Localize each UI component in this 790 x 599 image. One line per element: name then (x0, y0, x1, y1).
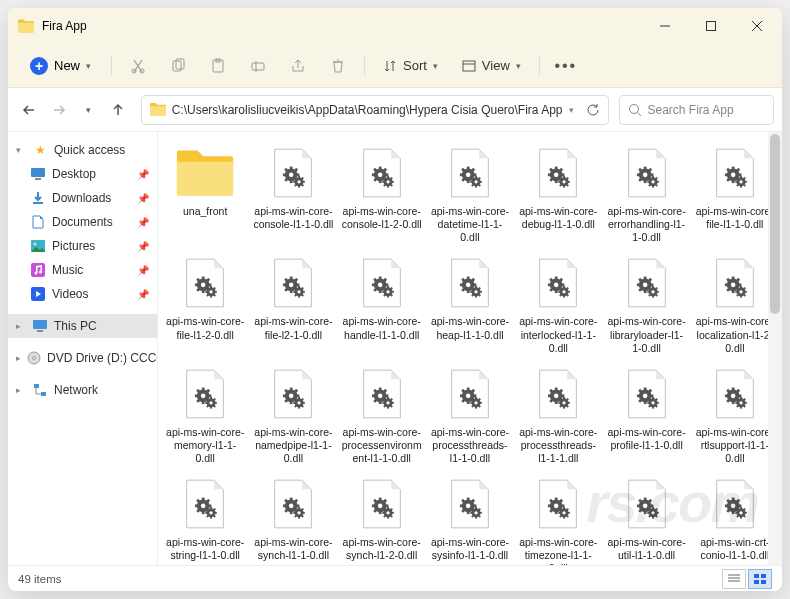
chevron-down-icon[interactable]: ▾ (569, 105, 574, 115)
sidebar-item-pictures[interactable]: Pictures📌 (8, 234, 157, 258)
file-item[interactable]: api-ms-win-core-interlocked-l1-1-0.dll (515, 250, 601, 358)
svg-rect-372 (548, 394, 552, 397)
forward-button[interactable] (46, 94, 72, 126)
file-item[interactable]: api-ms-win-core-localization-l1-2-0.dll (692, 250, 778, 358)
plus-icon: + (30, 57, 48, 75)
svg-rect-420 (740, 397, 742, 400)
svg-rect-83 (479, 181, 482, 183)
svg-rect-142 (735, 181, 738, 183)
file-item[interactable]: api-ms-win-core-heap-l1-1-0.dll (427, 250, 513, 358)
svg-rect-560 (740, 507, 742, 510)
sort-button[interactable]: Sort ▾ (373, 50, 448, 82)
sidebar-dvd[interactable]: ▸ DVD Drive (D:) CCCO (8, 346, 157, 370)
titlebar[interactable]: Fira App (8, 8, 782, 44)
file-item[interactable]: api-ms-win-core-rtlsupport-l1-1-0.dll (692, 361, 778, 469)
file-item[interactable]: api-ms-win-core-memory-l1-1-0.dll (162, 361, 248, 469)
maximize-button[interactable] (688, 8, 734, 44)
dll-file-icon (705, 144, 765, 202)
file-item[interactable]: api-ms-win-core-namedpipe-l1-1-0.dll (250, 361, 336, 469)
svg-rect-282 (735, 291, 738, 293)
sidebar-item-documents[interactable]: Documents📌 (8, 210, 157, 234)
up-button[interactable] (105, 94, 131, 126)
icons-view-button[interactable] (748, 569, 772, 589)
svg-rect-161 (210, 295, 212, 298)
svg-rect-221 (475, 295, 477, 298)
svg-rect-320 (299, 397, 301, 400)
details-view-button[interactable] (722, 569, 746, 589)
file-item[interactable]: api-ms-win-core-profile-l1-1-0.dll (603, 361, 689, 469)
copy-button[interactable] (160, 50, 196, 82)
scrollbar-thumb[interactable] (770, 134, 780, 314)
file-label: api-ms-win-core-console-l1-1-0.dll (253, 205, 333, 231)
sidebar-quick-access[interactable]: ▾ ★ Quick access (8, 138, 157, 162)
file-item[interactable]: api-ms-win-core-processthreads-l1-1-0.dl… (427, 361, 513, 469)
rename-button[interactable] (240, 50, 276, 82)
file-item[interactable]: api-ms-win-core-libraryloader-l1-1-0.dll (603, 250, 689, 358)
address-bar[interactable]: C:\Users\karolisliucveikis\AppData\Roami… (141, 95, 609, 125)
view-button[interactable]: View ▾ (452, 50, 531, 82)
dll-file-icon (705, 365, 765, 423)
svg-point-418 (731, 393, 736, 398)
minimize-button[interactable] (642, 8, 688, 44)
sidebar-network[interactable]: ▸ Network (8, 378, 157, 402)
file-item[interactable]: api-ms-win-crt-conio-l1-1-0.dll (692, 471, 778, 565)
svg-rect-523 (568, 512, 571, 514)
svg-rect-31 (290, 179, 293, 183)
file-item[interactable]: api-ms-win-core-sysinfo-l1-1-0.dll (427, 471, 513, 565)
scrollbar[interactable] (768, 132, 782, 565)
file-item[interactable]: api-ms-win-core-debug-l1-1-0.dll (515, 140, 601, 248)
svg-rect-431 (202, 511, 205, 515)
file-label: api-ms-win-core-rtlsupport-l1-1-0.dll (695, 426, 775, 465)
folder-icon (175, 144, 235, 202)
svg-rect-281 (740, 295, 742, 298)
dll-file-icon (528, 475, 588, 533)
svg-point-168 (210, 291, 213, 294)
svg-rect-193 (384, 284, 388, 287)
file-item[interactable]: api-ms-win-core-datetime-l1-1-0.dll (427, 140, 513, 248)
svg-rect-461 (299, 516, 301, 519)
sidebar-this-pc[interactable]: ▸ This PC (8, 314, 157, 338)
file-item[interactable]: api-ms-win-core-timezone-l1-1-0.dll (515, 471, 601, 565)
svg-rect-91 (555, 179, 558, 183)
more-button[interactable]: ••• (548, 50, 584, 82)
file-item[interactable]: api-ms-win-core-string-l1-1-0.dll (162, 471, 248, 565)
file-item[interactable]: api-ms-win-core-errorhandling-l1-1-0.dll (603, 140, 689, 248)
file-item[interactable]: api-ms-win-core-console-l1-2-0.dll (339, 140, 425, 248)
cut-button[interactable] (120, 50, 156, 82)
file-item[interactable]: api-ms-win-core-util-l1-1-0.dll (603, 471, 689, 565)
file-content[interactable]: una_frontapi-ms-win-core-console-l1-1-0.… (158, 132, 782, 565)
sidebar-item-downloads[interactable]: Downloads📌 (8, 186, 157, 210)
sidebar-item-videos[interactable]: Videos📌 (8, 282, 157, 306)
file-item[interactable]: api-ms-win-core-console-l1-1-0.dll (250, 140, 336, 248)
dll-file-icon (440, 365, 500, 423)
svg-rect-191 (378, 290, 381, 294)
svg-rect-270 (732, 277, 735, 281)
new-button[interactable]: + New ▾ (18, 51, 103, 81)
recent-button[interactable]: ▾ (75, 94, 101, 126)
file-item[interactable]: api-ms-win-core-file-l1-2-0.dll (162, 250, 248, 358)
share-button[interactable] (280, 50, 316, 82)
sidebar-item-music[interactable]: Music📌 (8, 258, 157, 282)
file-item[interactable]: api-ms-win-core-handle-l1-1-0.dll (339, 250, 425, 358)
svg-rect-393 (649, 394, 653, 397)
paste-button[interactable] (200, 50, 236, 82)
sidebar-item-desktop[interactable]: Desktop📌 (8, 162, 157, 186)
delete-button[interactable] (320, 50, 356, 82)
refresh-button[interactable] (586, 103, 600, 117)
file-item[interactable]: api-ms-win-core-synch-l1-1-0.dll (250, 471, 336, 565)
file-item[interactable]: api-ms-win-core-file-l1-1-0.dll (692, 140, 778, 248)
file-item[interactable]: api-ms-win-core-synch-l1-2-0.dll (339, 471, 425, 565)
svg-rect-110 (643, 167, 646, 171)
folder-item[interactable]: una_front (162, 140, 248, 248)
file-item[interactable]: api-ms-win-core-processenvironment-l1-1-… (339, 361, 425, 469)
file-item[interactable]: api-ms-win-core-file-l2-1-0.dll (250, 250, 336, 358)
svg-rect-520 (563, 507, 565, 510)
back-button[interactable] (16, 94, 42, 126)
svg-rect-21 (31, 263, 45, 277)
file-item[interactable]: api-ms-win-core-processthreads-l1-1-1.dl… (515, 361, 601, 469)
svg-point-88 (474, 180, 477, 183)
svg-point-308 (210, 401, 213, 404)
svg-rect-203 (391, 291, 394, 293)
search-bar[interactable]: Search Fira App (619, 95, 774, 125)
close-button[interactable] (734, 8, 780, 44)
